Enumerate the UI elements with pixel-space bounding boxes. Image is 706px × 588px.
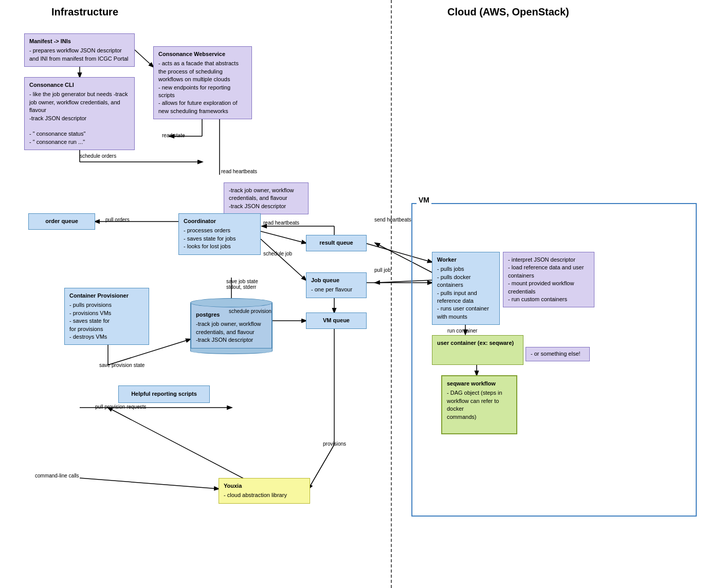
svg-line-22 [309,445,334,489]
helpful-scripts-title: Helpful reporting scripts [131,390,197,398]
coordinator-tooltip-box: -track job owner, workflowcredentials, a… [224,182,309,214]
container-provisioner-title: Container Provisioner [69,292,144,300]
infrastructure-header: Infrastructure [51,6,118,18]
postgres-area: postgres -track job owner, workflowcrede… [190,298,273,360]
label-command-line-calls: command-line calls [35,473,79,479]
webservice-box: Consonance Webservice - acts as a facade… [153,46,252,119]
seqware-workflow-box: seqware workflow - DAG object (steps inw… [441,375,517,434]
worker-box: Worker - pulls jobs- pulls dockercontain… [432,252,500,325]
result-queue-box: result queue [306,235,367,251]
label-read-heartbeats-top: read heartbeats [221,169,257,174]
svg-line-24 [108,408,263,489]
svg-line-10 [261,231,306,243]
label-read-heartbeats-mid: read heartbeats [263,220,299,226]
result-queue-title: result queue [319,239,353,247]
container-provisioner-body: - pulls provisions- provisions VMs- save… [69,301,144,341]
youxia-body: - cloud abstraction library [224,491,305,499]
label-pull-orders: pull orders [105,217,130,223]
label-send-heartbeats: send heartbeats [374,217,411,223]
job-queue-body: - one per flavour [311,286,361,293]
coordinator-box: Coordinator - processes orders- saves st… [178,213,261,255]
label-pull-job: pull job [374,267,391,273]
youxia-title: Youxia [224,482,305,490]
manifest-title: Manifest -> INIs [29,38,130,45]
order-queue-box: order queue [28,213,95,230]
or-something-title: - or something else! [531,350,581,358]
manifest-body: - prepares workflow JSON descriptorand I… [29,47,130,63]
label-schedule-provision: schedule provision [229,308,271,314]
vm-queue-box: VM queue [306,313,367,329]
diagram-container: Infrastructure Cloud (AWS, OpenStack) [0,0,706,588]
vm-queue-title: VM queue [323,317,350,324]
worker-tooltip-box: - interpret JSON descriptor- load refere… [503,252,594,307]
svg-line-23 [80,478,219,489]
label-save-provision-state: save provision state [99,362,144,368]
svg-line-11 [261,239,306,280]
cloud-header: Cloud (AWS, OpenStack) [447,6,569,18]
label-read-state: read state [162,133,185,138]
cli-body: - like the job generator but needs -trac… [29,90,130,146]
user-container-box: user container (ex: seqware) [432,335,523,365]
coordinator-body: - processes orders- saves state for jobs… [184,227,256,250]
worker-title: Worker [437,256,495,264]
webservice-title: Consonance Webservice [158,50,247,58]
svg-line-1 [135,50,153,67]
coordinator-tooltip-body: -track job owner, workflowcredentials, a… [229,187,303,210]
label-run-container: run container [447,328,477,334]
label-save-job-state: save job statestdout, stderr [226,279,258,290]
postgres-body: -track job owner, workflowcredentials, a… [196,320,267,344]
section-divider [391,0,392,588]
cli-title: Consonance CLI [29,81,130,89]
job-queue-title: Job queue [311,277,361,284]
label-schedule-orders: schedule orders [80,153,116,159]
manifest-box: Manifest -> INIs - prepares workflow JSO… [24,33,135,67]
youxia-box: Youxia - cloud abstraction library [219,478,310,504]
container-provisioner-box: Container Provisioner - pulls provisions… [64,288,149,345]
order-queue-title: order queue [45,217,78,225]
user-container-title: user container (ex: seqware) [437,339,518,347]
label-pull-provision-requests: pull provision requests [95,404,147,410]
seqware-workflow-title: seqware workflow [447,380,512,388]
seqware-workflow-body: - DAG object (steps inworkflow can refer… [447,389,512,421]
cli-box: Consonance CLI - like the job generator … [24,77,135,150]
job-queue-box: Job queue - one per flavour [306,272,367,298]
or-something-box: - or something else! [526,347,590,361]
coordinator-title: Coordinator [184,217,256,225]
webservice-body: - acts as a facade that abstracts the pr… [158,60,247,115]
worker-body: - pulls jobs- pulls dockercontainers- pu… [437,265,495,321]
worker-tooltip-body: - interpret JSON descriptor- load refere… [508,256,589,303]
label-provisions: provisions [323,441,346,447]
label-schedule-job: schedule job [263,251,292,256]
vm-label: VM [417,196,431,204]
helpful-scripts-box: Helpful reporting scripts [118,385,210,403]
